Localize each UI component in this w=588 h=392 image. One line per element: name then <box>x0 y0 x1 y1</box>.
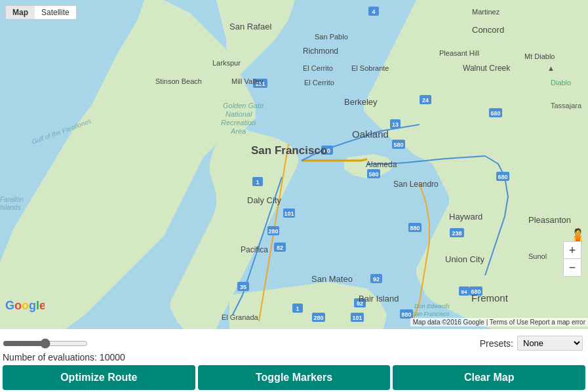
svg-text:Pleasanton: Pleasanton <box>528 215 571 225</box>
svg-text:El Cerrito: El Cerrito <box>304 79 334 87</box>
zoom-in-button[interactable]: + <box>564 242 581 259</box>
svg-text:Martinez: Martinez <box>472 8 500 16</box>
svg-text:San Rafael: San Rafael <box>229 22 271 31</box>
svg-text:280: 280 <box>268 228 278 235</box>
svg-text:San Francisco: San Francisco <box>412 311 450 317</box>
svg-text:280: 280 <box>313 315 323 321</box>
svg-text:Union City: Union City <box>445 254 484 264</box>
svg-text:National: National <box>225 110 252 118</box>
svg-text:Islands: Islands <box>0 204 21 211</box>
svg-text:Farallon: Farallon <box>0 196 24 203</box>
svg-text:San Francisco: San Francisco <box>251 144 327 157</box>
svg-text:Pacifica: Pacifica <box>241 245 268 254</box>
svg-text:1: 1 <box>296 305 299 312</box>
svg-text:Tassajara: Tassajara <box>551 102 582 109</box>
evaluations-label: Number of evaluations: 10000 <box>0 352 588 365</box>
svg-text:Diablo: Diablo <box>551 79 571 87</box>
svg-text:Sunol: Sunol <box>528 252 547 260</box>
zoom-controls: + − <box>563 241 581 277</box>
map-attribution: Map data ©2016 Google | Terms of Use Rep… <box>410 318 588 326</box>
svg-text:San Leandro: San Leandro <box>393 180 439 189</box>
svg-text:San Pablo: San Pablo <box>315 33 348 41</box>
bottom-controls: Presets: None Number of evaluations: 100… <box>0 329 588 392</box>
attribution-text: Map data ©2016 Google | Terms of Use Rep… <box>413 319 585 326</box>
svg-text:Area: Area <box>230 127 246 135</box>
svg-text:Google: Google <box>5 299 45 312</box>
evaluations-slider[interactable] <box>3 338 88 349</box>
svg-text:580: 580 <box>368 171 378 178</box>
map-type-satellite-btn[interactable]: Satellite <box>35 6 76 19</box>
zoom-out-button[interactable]: − <box>564 259 581 276</box>
svg-text:35: 35 <box>240 284 246 290</box>
svg-text:Bair Island: Bair Island <box>359 294 399 304</box>
svg-text:Berkeley: Berkeley <box>344 97 378 107</box>
svg-text:Walnut Creek: Walnut Creek <box>463 64 511 73</box>
svg-text:680: 680 <box>490 110 500 117</box>
svg-text:101: 101 <box>352 315 362 321</box>
svg-text:92: 92 <box>373 276 380 283</box>
svg-text:580: 580 <box>393 142 403 148</box>
svg-text:Alameda: Alameda <box>366 160 397 169</box>
svg-text:13: 13 <box>392 121 399 128</box>
svg-text:238: 238 <box>452 230 461 237</box>
svg-text:1: 1 <box>256 179 259 186</box>
map-container[interactable]: 101 280 80 580 680 35 92 82 238 880 13 2… <box>0 0 588 329</box>
svg-text:84: 84 <box>461 289 467 295</box>
svg-text:El Granada: El Granada <box>222 313 259 321</box>
svg-text:Concord: Concord <box>472 25 504 35</box>
clear-map-button[interactable]: Clear Map <box>393 365 585 390</box>
svg-text:El Cerrito: El Cerrito <box>303 64 333 72</box>
toggle-markers-button[interactable]: Toggle Markers <box>198 365 391 390</box>
svg-text:Pleasant Hill: Pleasant Hill <box>439 49 479 57</box>
svg-text:Golden Gate: Golden Gate <box>223 102 264 109</box>
svg-text:▲: ▲ <box>547 64 555 72</box>
svg-text:Hayward: Hayward <box>449 212 482 222</box>
svg-text:24: 24 <box>422 97 429 104</box>
action-buttons: Optimize Route Toggle Markers Clear Map <box>0 365 588 390</box>
svg-text:880: 880 <box>410 225 420 231</box>
svg-text:Mt Diablo: Mt Diablo <box>524 52 555 60</box>
svg-text:Fremont: Fremont <box>471 292 509 304</box>
map-type-toggle: Map Satellite <box>5 5 77 20</box>
svg-text:82: 82 <box>277 245 283 251</box>
svg-text:Recreation: Recreation <box>221 119 256 127</box>
svg-text:Larkspur: Larkspur <box>212 59 241 67</box>
map-type-map-btn[interactable]: Map <box>6 6 35 19</box>
presets-label: Presets: <box>480 338 513 349</box>
svg-text:101: 101 <box>284 210 294 217</box>
svg-text:Daly City: Daly City <box>247 195 282 205</box>
svg-text:El Sobrante: El Sobrante <box>351 64 389 72</box>
svg-text:Mill Valley: Mill Valley <box>231 77 264 85</box>
svg-text:4: 4 <box>372 9 375 15</box>
svg-text:Stinson Beach: Stinson Beach <box>155 77 202 85</box>
svg-text:Oakland: Oakland <box>352 128 389 140</box>
google-logo: Google <box>5 298 45 315</box>
presets-select[interactable]: None <box>517 336 583 351</box>
svg-text:San Mateo: San Mateo <box>311 274 353 284</box>
svg-text:Don Edwards: Don Edwards <box>414 303 450 309</box>
svg-text:Richmond: Richmond <box>303 47 338 56</box>
svg-text:880: 880 <box>401 311 411 318</box>
svg-text:680: 680 <box>498 174 507 180</box>
optimize-route-button[interactable]: Optimize Route <box>3 365 195 390</box>
